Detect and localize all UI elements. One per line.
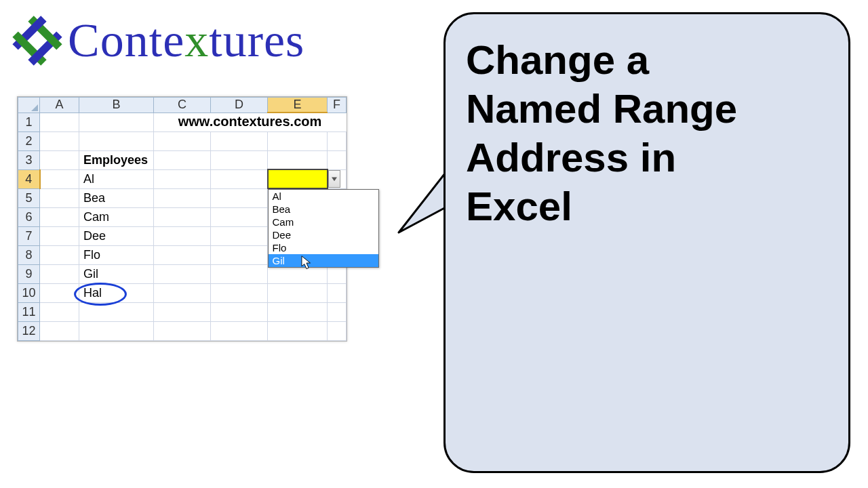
cell-E12[interactable] xyxy=(268,321,328,340)
cell-D9[interactable] xyxy=(211,264,268,283)
cell-E2[interactable] xyxy=(268,131,328,150)
cell-C7[interactable] xyxy=(154,226,211,245)
cell-C9[interactable] xyxy=(154,264,211,283)
dropdown-item[interactable]: Cam xyxy=(269,216,378,228)
cell-B9[interactable]: Gil xyxy=(79,264,154,283)
chevron-down-icon xyxy=(332,176,337,182)
dropdown-item[interactable]: Flo xyxy=(269,241,378,254)
cell-E3[interactable] xyxy=(268,150,328,169)
dropdown-list[interactable]: AlBeaCamDeeFloGil xyxy=(268,189,379,268)
cell-E11[interactable] xyxy=(268,302,328,321)
brand-name: Contextures xyxy=(68,14,304,68)
cell-A3[interactable] xyxy=(40,150,79,169)
column-header-A[interactable]: A xyxy=(40,98,79,113)
cell-B11[interactable] xyxy=(79,302,154,321)
column-header-B[interactable]: B xyxy=(79,98,154,113)
cell-B4[interactable]: Al xyxy=(79,169,154,188)
row-header-12[interactable]: 12 xyxy=(18,321,40,340)
speech-bubble: Change a Named Range Address in Excel xyxy=(443,12,850,473)
row-header-8[interactable]: 8 xyxy=(18,245,40,264)
cell-E10[interactable] xyxy=(268,283,328,302)
cell-D7[interactable] xyxy=(211,226,268,245)
cell-D6[interactable] xyxy=(211,207,268,226)
svg-marker-6 xyxy=(332,178,337,182)
cell-C5[interactable] xyxy=(154,188,211,207)
cell-A7[interactable] xyxy=(40,226,79,245)
cell-A8[interactable] xyxy=(40,245,79,264)
row-header-5[interactable]: 5 xyxy=(18,188,40,207)
cell-D12[interactable] xyxy=(211,321,268,340)
cell-F12[interactable] xyxy=(328,321,347,340)
cell-B3[interactable]: Employees xyxy=(79,150,154,169)
dropdown-item[interactable]: Dee xyxy=(269,228,378,241)
row-header-9[interactable]: 9 xyxy=(18,264,40,283)
dropdown-item[interactable]: Bea xyxy=(269,203,378,216)
bubble-title: Change a Named Range Address in Excel xyxy=(466,36,828,231)
cell-C10[interactable] xyxy=(154,283,211,302)
cell-D8[interactable] xyxy=(211,245,268,264)
cell-A6[interactable] xyxy=(40,207,79,226)
row-header-2[interactable]: 2 xyxy=(18,131,40,150)
cell-C4[interactable] xyxy=(154,169,211,188)
row-header-10[interactable]: 10 xyxy=(18,283,40,302)
cell-C11[interactable] xyxy=(154,302,211,321)
row-header-11[interactable]: 11 xyxy=(18,302,40,321)
column-header-E[interactable]: E xyxy=(268,98,328,113)
column-header-D[interactable]: D xyxy=(211,98,268,113)
cell-B12[interactable] xyxy=(79,321,154,340)
cell-D5[interactable] xyxy=(211,188,268,207)
cell-D10[interactable] xyxy=(211,283,268,302)
cell-A2[interactable] xyxy=(40,131,79,150)
cell-C8[interactable] xyxy=(154,245,211,264)
dropdown-item[interactable]: Gil xyxy=(269,254,378,267)
cell-C12[interactable] xyxy=(154,321,211,340)
cell-F10[interactable] xyxy=(328,283,347,302)
cell-B2[interactable] xyxy=(79,131,154,150)
cell-C6[interactable] xyxy=(154,207,211,226)
column-header-C[interactable]: C xyxy=(154,98,211,113)
cell-A10[interactable] xyxy=(40,283,79,302)
cell-F3[interactable] xyxy=(328,150,347,169)
cell-A5[interactable] xyxy=(40,188,79,207)
cell-B1[interactable] xyxy=(79,113,154,131)
cell-B6[interactable]: Cam xyxy=(79,207,154,226)
brand-logo: Contextures xyxy=(12,14,304,68)
column-header-F[interactable]: F xyxy=(328,98,347,113)
row-header-4[interactable]: 4 xyxy=(18,169,40,188)
cell-A11[interactable] xyxy=(40,302,79,321)
row-header-6[interactable]: 6 xyxy=(18,207,40,226)
cell-A4[interactable] xyxy=(40,169,79,188)
cell-A12[interactable] xyxy=(40,321,79,340)
hash-weave-icon xyxy=(12,16,62,66)
dropdown-button[interactable] xyxy=(328,170,340,188)
cell-F2[interactable] xyxy=(328,131,347,150)
dropdown-item[interactable]: Al xyxy=(269,190,378,203)
cell-B8[interactable]: Flo xyxy=(79,245,154,264)
cell-A9[interactable] xyxy=(40,264,79,283)
cell-B5[interactable]: Bea xyxy=(79,188,154,207)
cell-D4[interactable] xyxy=(211,169,268,188)
select-all-corner[interactable] xyxy=(18,98,40,113)
cell-B10[interactable]: Hal xyxy=(79,283,154,302)
row-header-7[interactable]: 7 xyxy=(18,226,40,245)
cell-C2[interactable] xyxy=(154,131,211,150)
cell-D11[interactable] xyxy=(211,302,268,321)
row-header-3[interactable]: 3 xyxy=(18,150,40,169)
cell-B7[interactable]: Dee xyxy=(79,226,154,245)
cell-D3[interactable] xyxy=(211,150,268,169)
cell-F11[interactable] xyxy=(328,302,347,321)
cell-A1[interactable] xyxy=(40,113,79,131)
cell-D2[interactable] xyxy=(211,131,268,150)
cell-E4[interactable] xyxy=(268,169,328,188)
cell-C3[interactable] xyxy=(154,150,211,169)
row-header-1[interactable]: 1 xyxy=(18,113,40,131)
